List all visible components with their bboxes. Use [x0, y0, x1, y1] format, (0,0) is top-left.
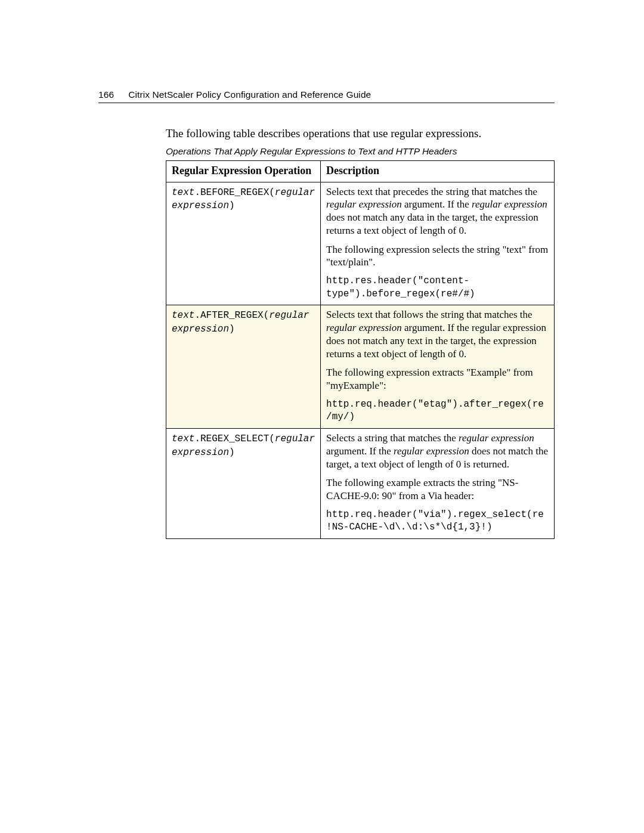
op-var: text [172, 187, 194, 198]
desc-paragraph: The following expression extracts "Examp… [326, 366, 549, 392]
table-caption: Operations That Apply Regular Expression… [166, 146, 555, 157]
op-var: text [172, 310, 194, 321]
table-row: text.AFTER_REGEX(regular expression) Sel… [166, 305, 555, 429]
table-header-description: Description [321, 160, 555, 182]
op-fn: .REGEX_SELECT( [194, 433, 274, 444]
cell-operation: text.BEFORE_REGEX(regular expression) [166, 182, 321, 305]
table-header-row: Regular Expression Operation Description [166, 160, 555, 182]
page-number: 166 [98, 89, 114, 100]
term-italic: regular expression [326, 322, 402, 333]
code-example: http.req.header("etag").after_regex(re/m… [326, 398, 549, 424]
op-close: ) [229, 447, 235, 458]
op-fn: .AFTER_REGEX( [194, 310, 269, 321]
op-close: ) [229, 200, 235, 211]
desc-paragraph: Selects text that follows the string tha… [326, 308, 549, 360]
term-italic: regular expression [326, 199, 402, 210]
desc-paragraph: The following example extracts the strin… [326, 476, 549, 503]
op-var: text [172, 433, 194, 444]
desc-paragraph: Selects text that precedes the string th… [326, 185, 549, 237]
doc-title: Citrix NetScaler Policy Configuration an… [128, 89, 371, 100]
cell-operation: text.REGEX_SELECT(regular expression) [166, 429, 321, 539]
code-example: http.res.header("content-type").before_r… [326, 275, 549, 301]
term-italic: regular expression [472, 199, 547, 210]
desc-paragraph: Selects a string that matches the regula… [326, 432, 549, 470]
desc-paragraph: The following expression selects the str… [326, 243, 549, 270]
intro-paragraph: The following table describes operations… [166, 126, 555, 141]
op-fn: .BEFORE_REGEX( [194, 187, 274, 198]
regex-operations-table: Regular Expression Operation Description… [166, 160, 555, 539]
cell-description: Selects text that precedes the string th… [321, 182, 555, 305]
cell-description: Selects text that follows the string tha… [321, 305, 555, 429]
page-header: 166Citrix NetScaler Policy Configuration… [98, 89, 555, 103]
op-close: ) [229, 324, 235, 335]
content-block: The following table describes operations… [166, 126, 555, 539]
table-row: text.BEFORE_REGEX(regular expression) Se… [166, 182, 555, 305]
code-example: http.req.header("via").regex_select(re!N… [326, 509, 549, 534]
term-italic: regular expression [394, 445, 469, 457]
table-row: text.REGEX_SELECT(regular expression) Se… [166, 429, 555, 539]
term-italic: regular expression [459, 432, 534, 444]
cell-operation: text.AFTER_REGEX(regular expression) [166, 305, 321, 429]
table-header-operation: Regular Expression Operation [166, 160, 321, 182]
document-page: 166Citrix NetScaler Policy Configuration… [0, 0, 644, 539]
cell-description: Selects a string that matches the regula… [321, 429, 555, 539]
